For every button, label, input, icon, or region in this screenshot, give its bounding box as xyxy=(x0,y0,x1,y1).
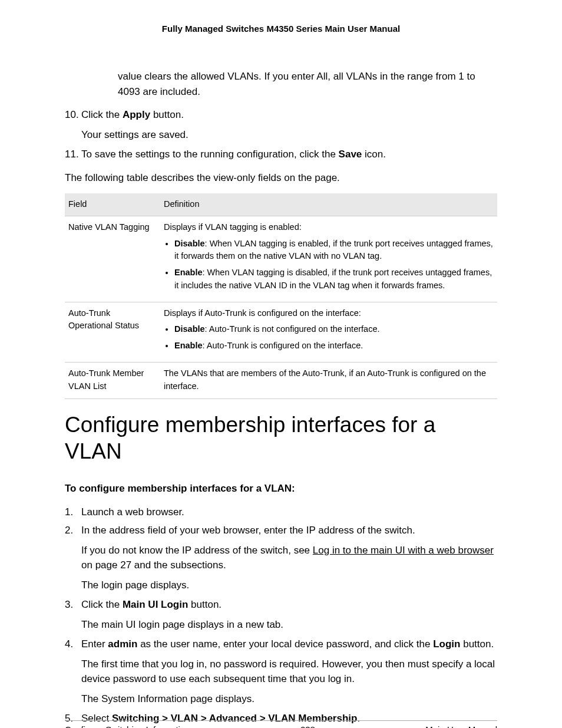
field-name: Auto-Trunk Member VLAN List xyxy=(65,362,160,399)
step-follow-text: The System Information page displays. xyxy=(65,691,497,707)
col-header-field: Field xyxy=(65,193,160,216)
field-name: Native VLAN Tagging xyxy=(65,216,160,302)
page-header-title: Fully Managed Switches M4350 Series Main… xyxy=(65,24,497,34)
main-content: value clears the allowed VLANs. If you e… xyxy=(65,69,497,726)
field-definition: Displays if VLAN tagging is enabled: Dis… xyxy=(160,216,497,302)
text: Click the xyxy=(81,109,123,120)
bold-label: Enable xyxy=(174,268,203,277)
bold-label: Disable xyxy=(174,324,205,334)
step-follow-text: If you do not know the IP address of the… xyxy=(65,543,497,573)
step-text: Click the Apply button. xyxy=(81,107,497,123)
fields-table: Field Definition Native VLAN Tagging Dis… xyxy=(65,193,497,399)
text: : When VLAN tagging is disabled, if the … xyxy=(174,268,492,290)
list-item: Enable: Auto-Trunk is configured on the … xyxy=(174,340,494,353)
procedure-steps: 1. Launch a web browser. 2. In the addre… xyxy=(65,505,497,726)
step-follow-text: The first time that you log in, no passw… xyxy=(65,657,497,687)
continued-paragraph: value clears the allowed VLANs. If you e… xyxy=(65,69,497,99)
section-heading: Configure membership interfaces for a VL… xyxy=(65,412,497,465)
save-label: Save xyxy=(339,149,362,160)
footer-right: Main User Manual xyxy=(425,724,497,728)
admin-label: admin xyxy=(108,638,137,650)
definition-list: Disable: Auto-Trunk is not configured on… xyxy=(164,323,494,353)
table-row: Auto-Trunk Operational Status Displays i… xyxy=(65,302,497,362)
step-text: Click the Main UI Login button. xyxy=(81,597,497,612)
step-number: 11. xyxy=(65,147,81,162)
step-number: 10. xyxy=(65,107,81,123)
cross-ref-link[interactable]: Log in to the main UI with a web browser xyxy=(313,545,494,556)
steps-continued: 10. Click the Apply button. Your setting… xyxy=(65,107,497,162)
text: : Auto-Trunk is not configured on the in… xyxy=(205,324,380,334)
step-follow-text: Your settings are saved. xyxy=(65,127,497,143)
apply-label: Apply xyxy=(123,109,150,120)
sub-heading: To configure membership interfaces for a… xyxy=(65,481,497,496)
text: button. xyxy=(150,109,184,120)
text: : Auto-Trunk is configured on the interf… xyxy=(203,341,363,350)
step-number: 4. xyxy=(65,637,81,652)
table-header-row: Field Definition xyxy=(65,193,497,216)
text: Displays if Auto-Trunk is configured on … xyxy=(164,308,361,318)
step-text: Launch a web browser. xyxy=(81,505,497,520)
step-number: 3. xyxy=(65,597,81,612)
step-number: 1. xyxy=(65,505,81,520)
table-intro: The following table describes the view-o… xyxy=(65,170,497,186)
text: Displays if VLAN tagging is enabled: xyxy=(164,222,302,232)
text: If you do not know the IP address of the… xyxy=(81,545,313,556)
step-text: To save the settings to the running conf… xyxy=(81,147,497,162)
table-row: Auto-Trunk Member VLAN List The VLANs th… xyxy=(65,362,497,399)
text: button. xyxy=(460,638,494,650)
table-row: Native VLAN Tagging Displays if VLAN tag… xyxy=(65,216,497,302)
step-number: 2. xyxy=(65,523,81,538)
field-definition: The VLANs that are members of the Auto-T… xyxy=(160,362,497,399)
text: Click the xyxy=(81,599,123,610)
text: Enter xyxy=(81,638,108,650)
col-header-definition: Definition xyxy=(160,193,497,216)
text: : When VLAN tagging is enabled, if the t… xyxy=(174,239,493,261)
text: as the user name, enter your local devic… xyxy=(137,638,433,650)
page-footer: Configure Switching Information 238 Main… xyxy=(65,720,497,728)
bold-label: Enable xyxy=(174,341,203,350)
list-item: Enable: When VLAN tagging is disabled, i… xyxy=(174,266,494,292)
text: button. xyxy=(188,599,222,610)
definition-list: Disable: When VLAN tagging is enabled, i… xyxy=(164,238,494,292)
step-follow-text: The login page displays. xyxy=(65,578,497,593)
step-follow-text: The main UI login page displays in a new… xyxy=(65,617,497,633)
list-item: Disable: Auto-Trunk is not configured on… xyxy=(174,323,494,336)
footer-page-number: 238 xyxy=(300,724,315,728)
text: on page 27 and the subsections. xyxy=(81,559,226,571)
footer-left: Configure Switching Information xyxy=(65,724,190,728)
list-item: Disable: When VLAN tagging is enabled, i… xyxy=(174,238,494,263)
bold-label: Disable xyxy=(174,239,205,248)
text: To save the settings to the running conf… xyxy=(81,149,339,160)
login-label: Login xyxy=(433,638,460,650)
main-ui-login-label: Main UI Login xyxy=(123,599,188,610)
field-definition: Displays if Auto-Trunk is configured on … xyxy=(160,302,497,362)
field-name: Auto-Trunk Operational Status xyxy=(65,302,160,362)
text: icon. xyxy=(362,149,386,160)
step-text: Enter admin as the user name, enter your… xyxy=(81,637,497,652)
step-text: In the address field of your web browser… xyxy=(81,523,497,538)
